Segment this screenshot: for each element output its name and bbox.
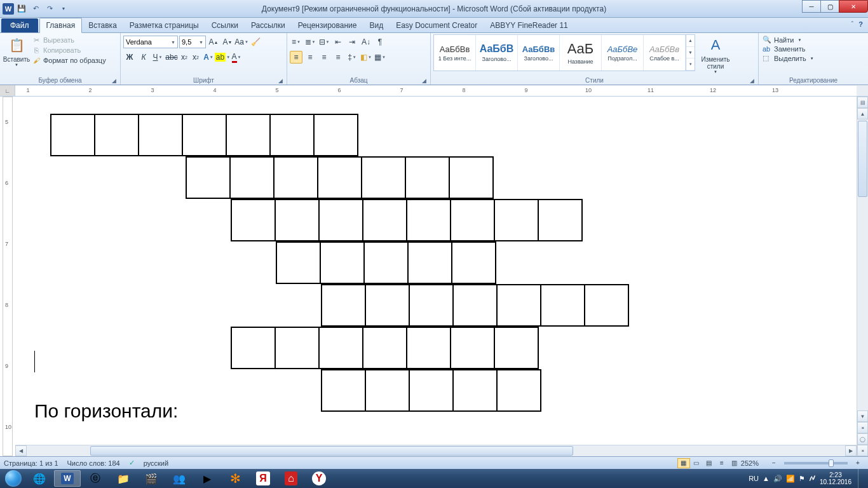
show-desktop-button[interactable] (858, 469, 864, 488)
status-spellcheck[interactable]: ✓ (129, 459, 135, 467)
text-effects-button[interactable]: A▼ (202, 51, 215, 64)
tab-page-layout[interactable]: Разметка страницы (123, 18, 205, 32)
scroll-down-button[interactable]: ▼ (857, 410, 868, 422)
scroll-right-button[interactable]: ▶ (845, 445, 857, 456)
font-launcher[interactable]: ◢ (278, 78, 283, 84)
view-web-layout[interactable]: ▤ (703, 458, 715, 468)
superscript-button[interactable]: x2 (191, 51, 201, 64)
status-words[interactable]: Число слов: 184 (67, 459, 120, 467)
ruler-toggle-button[interactable]: ▤ (857, 97, 868, 108)
tray-clock[interactable]: 2:23 10.12.2016 (820, 471, 851, 485)
bold-button[interactable]: Ж (123, 51, 136, 64)
vertical-scrollbar[interactable]: ▤ ▲ ▼ 𝄪 ◯ 𝄪 (857, 97, 868, 456)
highlight-button[interactable]: ab▼ (216, 51, 229, 64)
taskbar-app-red[interactable]: ⌂ (278, 470, 304, 487)
line-spacing-button[interactable]: ‡▼ (346, 51, 358, 64)
tray-lang[interactable]: RU (749, 475, 759, 482)
font-size-combo[interactable]: 9,5▼ (179, 36, 206, 48)
tab-review[interactable]: Рецензирование (292, 18, 363, 32)
tray-action-center-icon[interactable]: ⚑ (799, 475, 805, 483)
crossword-table[interactable] (51, 114, 631, 412)
scroll-thumb-v[interactable] (858, 121, 867, 197)
styles-launcher[interactable]: ◢ (750, 78, 754, 84)
zoom-slider[interactable] (784, 462, 848, 464)
maximize-button[interactable]: ▢ (820, 0, 839, 13)
paragraph-launcher[interactable]: ◢ (422, 78, 426, 84)
underline-button[interactable]: Ч▼ (151, 51, 164, 64)
style-heading2[interactable]: АаБбВвЗаголово... (518, 35, 560, 71)
undo-button[interactable]: ↶ (29, 3, 42, 15)
shading-button[interactable]: ◧▼ (360, 51, 372, 64)
taskbar-app-orange[interactable]: ✻ (222, 470, 248, 487)
next-page-button[interactable]: 𝄪 (857, 445, 868, 456)
justify-button[interactable]: ≡ (332, 51, 344, 64)
start-button[interactable] (1, 470, 25, 487)
tray-volume-icon[interactable]: 🔊 (773, 475, 782, 483)
redo-button[interactable]: ↷ (43, 3, 56, 15)
tray-battery-icon[interactable]: 🗲 (809, 475, 816, 482)
taskbar-yandex-browser[interactable]: Y (306, 470, 332, 487)
change-styles-button[interactable]: A Изменить стили ▼ (698, 34, 733, 74)
view-print-layout[interactable]: ▦ (677, 458, 690, 468)
style-normal[interactable]: АаБбВв1 Без инте... (434, 35, 476, 71)
status-language[interactable]: русский (144, 459, 168, 467)
style-heading1[interactable]: АаБбВЗаголово... (476, 35, 518, 71)
italic-button[interactable]: К (137, 51, 150, 64)
font-name-combo[interactable]: Verdana▼ (123, 36, 178, 48)
scroll-left-button[interactable]: ◀ (15, 445, 27, 456)
tab-insert[interactable]: Вставка (82, 18, 123, 32)
styles-scroll-up[interactable]: ▲ (686, 35, 695, 47)
grow-font-button[interactable]: A▲ (207, 36, 220, 48)
styles-expand[interactable]: ▾ (686, 58, 695, 71)
tab-references[interactable]: Ссылки (205, 18, 245, 32)
scroll-up-button[interactable]: ▲ (857, 108, 868, 119)
tab-view[interactable]: Вид (363, 18, 390, 32)
taskbar-messenger[interactable]: 👥 (166, 470, 193, 487)
numbering-button[interactable]: ≣▼ (304, 36, 316, 48)
align-center-button[interactable]: ≡ (304, 51, 316, 64)
tab-home[interactable]: Главная (39, 18, 83, 33)
multilevel-button[interactable]: ⊟▼ (318, 36, 330, 48)
zoom-percent[interactable]: 252% (741, 459, 759, 467)
tab-easy-document-creator[interactable]: Easy Document Creator (390, 18, 484, 32)
tab-abbyy-finereader[interactable]: ABBYY FineReader 11 (484, 18, 574, 32)
minimize-ribbon-button[interactable]: ˆ (851, 20, 854, 28)
help-button[interactable]: ? (858, 20, 863, 28)
styles-scroll-down[interactable]: ▼ (686, 47, 695, 59)
taskbar-yandex-search[interactable]: Я (250, 470, 276, 487)
file-tab[interactable]: Файл (1, 18, 38, 32)
bullets-button[interactable]: ≡▼ (290, 36, 302, 48)
copy-button[interactable]: ⎘Копировать (32, 46, 106, 55)
horizontal-ruler[interactable]: ∟ 12345678910111213 (0, 85, 868, 97)
horizontal-scrollbar[interactable]: ◀ ▶ (15, 445, 857, 456)
align-right-button[interactable]: ≡ (318, 51, 330, 64)
clear-formatting-button[interactable]: 🧹 (249, 36, 262, 48)
view-draft[interactable]: ▥ (728, 458, 741, 468)
find-button[interactable]: 🔍Найти▼ (763, 36, 814, 44)
tab-selector[interactable]: ∟ (0, 85, 15, 97)
style-subtitle[interactable]: АаБбВеПодзагол... (602, 35, 644, 71)
font-color-button[interactable]: A▼ (230, 51, 243, 64)
document-page[interactable]: По горизонтали: (15, 97, 857, 456)
prev-page-button[interactable]: 𝄪 (857, 422, 868, 433)
zoom-thumb[interactable] (829, 459, 834, 467)
select-button[interactable]: ⬚Выделить▼ (763, 54, 814, 62)
cut-button[interactable]: ✂Вырезать (32, 36, 106, 44)
browse-object-button[interactable]: ◯ (857, 433, 868, 445)
minimize-button[interactable]: ─ (802, 0, 821, 13)
taskbar-explorer[interactable]: 📁 (110, 470, 137, 487)
save-button[interactable]: 💾 (15, 3, 28, 15)
format-painter-button[interactable]: 🖌Формат по образцу (32, 56, 106, 65)
borders-button[interactable]: ▦▼ (374, 51, 386, 64)
style-subtle[interactable]: АаБбВвСлабое в... (644, 35, 686, 71)
view-full-screen[interactable]: ▭ (690, 458, 703, 468)
sort-button[interactable]: A↓ (360, 36, 372, 48)
taskbar-word[interactable]: W (54, 470, 81, 487)
increase-indent-button[interactable]: ⇥ (346, 36, 358, 48)
strikethrough-button[interactable]: abc (165, 51, 178, 64)
taskbar-media-player[interactable]: ▶ (194, 470, 220, 487)
replace-button[interactable]: abЗаменить (763, 45, 814, 53)
show-marks-button[interactable]: ¶ (374, 36, 386, 48)
subscript-button[interactable]: x2 (179, 51, 189, 64)
taskbar-movies[interactable]: 🎬 (138, 470, 165, 487)
